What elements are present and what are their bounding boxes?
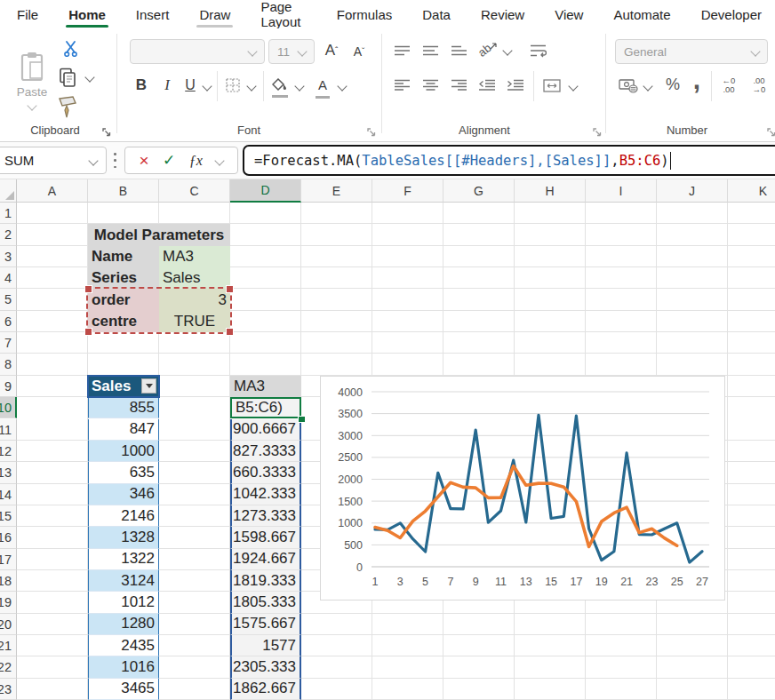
borders-button[interactable]	[224, 76, 242, 94]
decrease-indent-button[interactable]	[476, 75, 498, 94]
row-header-22[interactable]: 22	[0, 656, 17, 678]
formula-input[interactable]: =Forecast.MA(TableSales[[#Headers],[Sale…	[243, 145, 775, 176]
sales-value-cell[interactable]: 635	[88, 462, 159, 483]
chevron-down-icon[interactable]	[215, 155, 225, 165]
row-header-19[interactable]: 19	[0, 592, 17, 613]
enter-button[interactable]: ✓	[163, 153, 175, 168]
increase-font-size-button[interactable]: Aˆ	[320, 39, 343, 62]
ma3-value-cell[interactable]: 1819.333	[230, 570, 301, 592]
accounting-menu-chevron[interactable]	[642, 80, 654, 92]
orientation-button[interactable]: ab	[476, 37, 499, 62]
font-name-combobox[interactable]	[130, 39, 265, 64]
row-header-20[interactable]: 20	[0, 614, 17, 635]
row-header-10[interactable]: 10	[0, 397, 17, 418]
accounting-format-button[interactable]	[617, 75, 640, 96]
merge-menu-chevron[interactable]	[567, 80, 579, 92]
comma-style-button[interactable]: ,	[688, 68, 706, 92]
column-header-A[interactable]: A	[17, 179, 88, 203]
name-box[interactable]: SUM	[0, 147, 107, 174]
alignment-dialog-launcher[interactable]	[592, 125, 603, 136]
copy-menu-chevron[interactable]	[84, 71, 96, 84]
column-header-K[interactable]: K	[728, 179, 775, 203]
filter-dropdown-button[interactable]	[141, 378, 156, 394]
underline-button[interactable]: U	[181, 75, 199, 96]
sales-value-cell[interactable]: 1280	[88, 614, 159, 635]
row-header-9[interactable]: 9	[0, 376, 17, 397]
increase-decimal-button[interactable]: ←0.00	[716, 75, 741, 96]
ma3-value-cell[interactable]: 1805.333	[230, 592, 301, 613]
sales-table-header[interactable]: Sales	[88, 376, 159, 397]
param-label-order[interactable]: order	[88, 289, 159, 310]
ma3-header-cell[interactable]: MA3	[230, 376, 301, 397]
bottom-align-button[interactable]	[448, 41, 469, 60]
fill-handle[interactable]	[298, 416, 306, 424]
ma3-value-cell[interactable]: 1598.667	[230, 527, 301, 548]
align-center-button[interactable]	[419, 75, 441, 94]
italic-button[interactable]: I	[158, 75, 176, 96]
ma3-value-cell[interactable]: 900.6667	[230, 419, 301, 441]
range-corner-handle[interactable]	[226, 328, 234, 336]
select-all-corner[interactable]	[0, 179, 17, 203]
tab-data[interactable]: Data	[407, 0, 466, 28]
row-header-14[interactable]: 14	[0, 484, 17, 505]
active-edit-cell[interactable]: B5:C6)	[230, 397, 301, 418]
wrap-text-button[interactable]	[526, 39, 549, 62]
sales-value-cell[interactable]: 2146	[88, 505, 159, 527]
param-value-Series[interactable]: Sales	[159, 267, 230, 289]
column-header-J[interactable]: J	[657, 179, 728, 203]
column-header-G[interactable]: G	[443, 179, 515, 203]
tab-page-layout[interactable]: Page Layout	[245, 0, 321, 28]
align-right-button[interactable]	[448, 75, 469, 94]
format-painter-button[interactable]	[55, 94, 80, 121]
row-header-1[interactable]: 1	[0, 203, 17, 224]
range-corner-handle[interactable]	[226, 285, 234, 293]
ma3-value-cell[interactable]: 1273.333	[230, 505, 301, 527]
sales-value-cell[interactable]: 1328	[88, 527, 159, 548]
param-value-centre[interactable]: TRUE	[159, 311, 230, 332]
number-dialog-launcher[interactable]	[766, 125, 775, 136]
underline-menu-chevron[interactable]	[201, 80, 213, 92]
row-header-5[interactable]: 5	[0, 289, 17, 310]
number-format-combobox[interactable]: General	[615, 39, 768, 64]
tab-home[interactable]: Home	[53, 0, 121, 28]
ma3-value-cell[interactable]: 1862.667	[230, 679, 301, 700]
sales-value-cell[interactable]: 847	[88, 419, 159, 441]
cut-button[interactable]	[60, 39, 80, 59]
range-corner-handle[interactable]	[84, 328, 92, 336]
tab-insert[interactable]: Insert	[121, 0, 185, 28]
tab-automate[interactable]: Automate	[598, 0, 685, 28]
row-header-3[interactable]: 3	[0, 246, 17, 267]
font-dialog-launcher[interactable]	[366, 125, 377, 136]
ma3-value-cell[interactable]: 827.3333	[230, 441, 301, 462]
row-header-17[interactable]: 17	[0, 549, 17, 570]
fill-color-button[interactable]	[270, 75, 290, 98]
decrease-decimal-button[interactable]: .00→0	[747, 75, 771, 96]
borders-menu-chevron[interactable]	[245, 80, 258, 92]
orientation-menu-chevron[interactable]	[501, 44, 514, 57]
row-header-21[interactable]: 21	[0, 635, 17, 656]
sales-value-cell[interactable]: 855	[88, 397, 159, 418]
column-header-F[interactable]: F	[372, 179, 443, 203]
sales-chart[interactable]: 0500100015002000250030003500400013579111…	[320, 376, 725, 601]
font-color-button[interactable]: A	[313, 75, 332, 98]
bold-button[interactable]: B	[132, 75, 151, 96]
sales-value-cell[interactable]: 1012	[88, 592, 159, 613]
fill-color-menu-chevron[interactable]	[293, 80, 306, 92]
tab-review[interactable]: Review	[466, 0, 539, 28]
sales-value-cell[interactable]: 2435	[88, 635, 159, 656]
middle-align-button[interactable]	[419, 41, 441, 60]
range-corner-handle[interactable]	[84, 285, 92, 293]
tab-developer[interactable]: Developer	[686, 0, 775, 28]
formula-bar-drag-dots[interactable]	[114, 153, 116, 168]
ma3-value-cell[interactable]: 1575.667	[230, 614, 301, 635]
sales-value-cell[interactable]: 3465	[88, 679, 159, 700]
sales-value-cell[interactable]: 1322	[88, 549, 159, 570]
insert-function-button[interactable]: ƒx	[189, 153, 203, 169]
copy-button[interactable]	[57, 66, 78, 89]
font-color-menu-chevron[interactable]	[336, 80, 348, 92]
row-header-15[interactable]: 15	[0, 505, 17, 527]
row-header-8[interactable]: 8	[0, 354, 17, 375]
params-title-cell[interactable]: Model Parameters	[88, 224, 230, 245]
tab-view[interactable]: View	[539, 0, 598, 28]
row-header-7[interactable]: 7	[0, 332, 17, 354]
